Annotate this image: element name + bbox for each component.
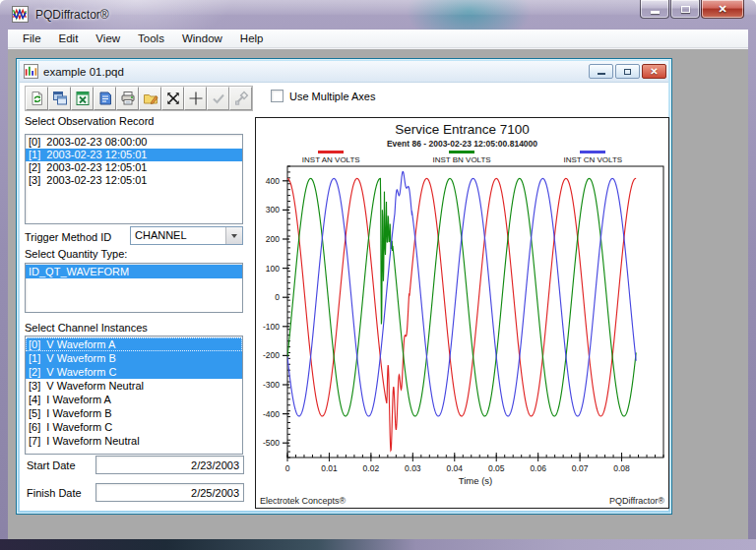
copy-window-button[interactable] — [48, 87, 71, 110]
trigger-method-dropdown-button[interactable] — [225, 227, 242, 244]
start-date-label: Start Date — [27, 459, 76, 471]
legend-entry: INST BN VOLTS — [432, 151, 490, 164]
check-icon — [211, 91, 226, 106]
folder-edit-icon — [143, 91, 158, 106]
svg-text:0.08: 0.08 — [613, 463, 630, 473]
legend-entry: INST AN VOLTS — [302, 151, 360, 164]
channel-instance-item[interactable]: [2] V Waveform C — [26, 365, 242, 379]
legend-entry: INST CN VOLTS — [563, 151, 622, 164]
restore-icon — [624, 69, 631, 75]
minimize-icon — [651, 11, 660, 14]
series-inst-an-volts — [287, 178, 636, 450]
channel-instance-item[interactable]: [3] V Waveform Neutral — [26, 379, 242, 393]
window-title: PQDiffractor® — [35, 8, 109, 22]
observation-record-label: Select Observation Record — [25, 115, 154, 127]
document-close-button[interactable]: ✕ — [642, 64, 666, 79]
channel-instance-item[interactable]: [0] V Waveform A — [26, 337, 242, 351]
observation-record-item[interactable]: [2] 2003-02-23 12:05:01 — [26, 161, 242, 174]
channel-instances-label: Select Channel Instances — [25, 322, 148, 334]
menu-help[interactable]: Help — [231, 31, 273, 46]
svg-text:0: 0 — [275, 292, 280, 302]
menu-window[interactable]: Window — [173, 31, 231, 46]
channel-instance-item[interactable]: [7] I Waveform Neutral — [26, 434, 242, 448]
expand-arrows-icon — [165, 91, 181, 106]
x-axis-label: Time (s) — [459, 475, 492, 486]
main-titlebar[interactable]: PQDiffractor® ✕ — [0, 0, 756, 30]
quantity-type-item[interactable]: ID_QT_WAVEFORM — [26, 265, 242, 278]
close-icon: ✕ — [650, 67, 658, 77]
close-icon: ✕ — [718, 4, 726, 15]
document-window: example 01.pqd ✕ Use Multiple Axes Selec… — [16, 58, 672, 515]
refresh-button[interactable] — [26, 87, 48, 110]
application-window: PQDiffractor® ✕ File Edit View Tools Win… — [0, 0, 756, 550]
use-multiple-axes-checkbox[interactable] — [271, 90, 284, 102]
channel-instance-item[interactable]: [1] V Waveform B — [26, 351, 242, 365]
crosshair-button[interactable] — [184, 87, 207, 110]
svg-text:0.06: 0.06 — [530, 463, 546, 473]
excel-icon — [75, 91, 91, 106]
legend-line-swatch — [580, 151, 605, 153]
waveform-plot[interactable]: 00.010.020.030.040.050.060.070.08Time (s… — [256, 163, 670, 492]
channel-instance-item[interactable]: [4] I Waveform A — [26, 393, 242, 406]
observation-record-item[interactable]: [1] 2003-02-23 12:05:01 — [26, 149, 242, 161]
start-date-field[interactable] — [95, 456, 244, 474]
trigger-method-label: Trigger Method ID — [25, 231, 111, 243]
document-title: example 01.pqd — [43, 66, 124, 78]
svg-text:-400: -400 — [263, 409, 280, 419]
legend-line-swatch — [449, 151, 474, 153]
chart-footer-left: Electrotek Concepts® — [260, 496, 346, 506]
export-excel-button[interactable] — [71, 87, 94, 110]
svg-text:-500: -500 — [263, 438, 280, 448]
refresh-document-icon — [30, 91, 45, 106]
svg-text:-100: -100 — [263, 322, 280, 332]
edit-properties-button[interactable] — [139, 87, 161, 110]
svg-text:400: 400 — [266, 176, 280, 186]
svg-text:0.04: 0.04 — [447, 463, 464, 473]
svg-text:0.07: 0.07 — [572, 463, 589, 473]
svg-text:0.05: 0.05 — [488, 463, 505, 473]
apply-button — [207, 87, 229, 110]
document-minimize-button[interactable] — [589, 64, 613, 79]
observation-record-list[interactable]: [0] 2003-02-23 08:00:00[1] 2003-02-23 12… — [25, 134, 243, 224]
observation-record-item[interactable]: [0] 2003-02-23 08:00:00 — [26, 136, 242, 149]
channel-instance-item[interactable]: [5] I Waveform B — [26, 406, 242, 420]
svg-text:0.01: 0.01 — [321, 463, 338, 473]
cascade-windows-icon — [52, 91, 68, 106]
document-restore-button[interactable] — [615, 64, 640, 79]
use-multiple-axes-label: Use Multiple Axes — [289, 91, 375, 102]
maximize-button[interactable] — [670, 0, 700, 19]
zoom-extents-button[interactable] — [161, 87, 184, 110]
svg-text:200: 200 — [266, 234, 280, 244]
notes-button[interactable] — [94, 87, 116, 110]
menu-tools[interactable]: Tools — [129, 31, 173, 46]
menu-file[interactable]: File — [14, 31, 50, 46]
svg-text:300: 300 — [266, 205, 280, 214]
menu-bar: File Edit View Tools Window Help — [8, 30, 748, 48]
svg-text:-200: -200 — [263, 350, 280, 360]
toolbar — [25, 86, 253, 111]
svg-text:0.02: 0.02 — [363, 463, 380, 473]
menu-edit[interactable]: Edit — [50, 31, 88, 46]
document-titlebar[interactable]: example 01.pqd ✕ — [20, 61, 668, 83]
channel-instance-item[interactable]: [6] I Waveform C — [26, 420, 242, 434]
quantity-type-list[interactable]: ID_QT_WAVEFORM — [25, 263, 243, 313]
document-icon — [24, 64, 38, 79]
minimize-button[interactable] — [640, 0, 669, 19]
chart-footer-right: PQDiffractor® — [609, 496, 664, 506]
channel-instances-list[interactable]: [0] V Waveform A[1] V Waveform B[2] V Wa… — [25, 336, 243, 455]
legend-line-swatch — [318, 151, 344, 153]
trigger-method-combobox[interactable]: CHANNEL — [130, 226, 243, 245]
tools-button — [229, 87, 252, 110]
maximize-icon — [681, 6, 690, 13]
chart-legend: INST AN VOLTSINST BN VOLTSINST CN VOLTS — [266, 151, 659, 164]
crosshair-icon — [188, 91, 204, 106]
print-button[interactable] — [116, 87, 139, 110]
finish-date-label: Finish Date — [27, 487, 82, 499]
observation-record-item[interactable]: [3] 2003-02-23 12:05:01 — [26, 174, 242, 187]
finish-date-field[interactable] — [95, 483, 244, 502]
chart-subtitle: Event 86 - 2003-02-23 12:05:00.814000 — [256, 139, 668, 149]
chart-panel: Service Entrance 7100 Event 86 - 2003-02… — [255, 117, 669, 509]
close-button[interactable]: ✕ — [701, 0, 744, 19]
menu-view[interactable]: View — [87, 31, 129, 46]
svg-text:0.03: 0.03 — [405, 463, 421, 473]
